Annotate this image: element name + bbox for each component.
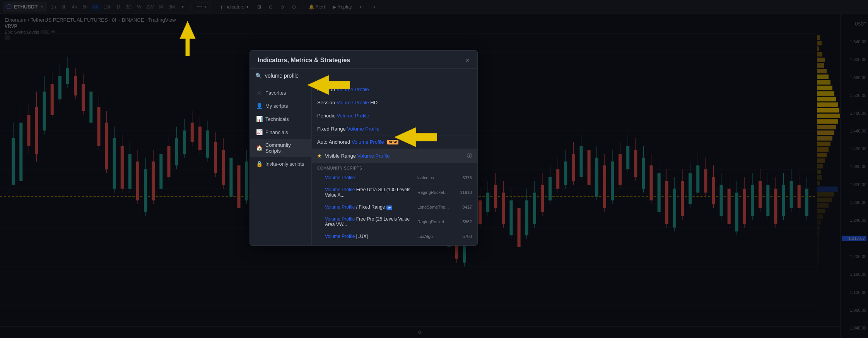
sidebar-label-my-scripts: My scripts [265,103,288,109]
result-count-5: 5708 [455,234,472,239]
community-section-label: COMMUNITY SCRIPTS [312,163,477,172]
sidebar-item-my-scripts[interactable]: 👤 My scripts [250,99,311,112]
quick-result-session-vp-hd[interactable]: Session Volume Profile HD [312,96,477,109]
sidebar-label-financials: Financials [265,129,288,135]
community-result-2[interactable]: ★ Volume Profile Free Ultra SLI (100 Lev… [312,184,477,201]
result-name-1: Volume Profile [325,175,415,180]
sidebar-label-invite-only: Invite-only scripts [265,161,304,167]
technicals-icon: 📊 [256,116,262,122]
star-placeholder-5: ★ [317,234,323,239]
result-name-4: Volume Profile Free Pro (25 Levels Value… [325,216,415,227]
result-text: Visible Range Volume Profile [325,153,390,159]
result-name-2: Volume Profile Free Ultra SLI (100 Level… [325,187,415,198]
result-count-2: 11910 [455,190,472,195]
star-placeholder-2: ★ [317,190,323,195]
result-text: Auto Anchored Volume Profile [317,139,384,145]
result-author-4: RagingRocket... [417,219,452,224]
dialog-sidebar: ☆ Favorites 👤 My scripts 📊 Technicals 📈 … [250,83,312,245]
quick-result-session-vp[interactable]: Session Volume Profile [312,83,477,96]
search-bar: 🔍 [250,69,477,83]
sidebar-item-financials[interactable]: 📈 Financials [250,126,311,139]
new-badge: NEW [387,140,398,144]
dialog-title: Indicators, Metrics & Strategies [258,57,350,64]
quick-result-periodic-vp[interactable]: Periodic Volume Profile [312,109,477,122]
result-count-3: 8417 [455,205,472,209]
quick-result-fixed-range-vp[interactable]: Fixed Range Volume Profile [312,122,477,136]
dialog-close-button[interactable]: × [465,57,470,64]
invite-only-icon: 🔒 [256,161,262,167]
sidebar-label-technicals: Technicals [265,116,289,122]
dialog-header: Indicators, Metrics & Strategies × [250,51,477,69]
community-result-6[interactable]: ★ Volume Profile and Volume Indicator by… [312,243,477,245]
result-author-3: LoneSomeThe... [417,205,452,209]
search-input[interactable] [265,73,472,79]
community-scripts-icon: 🏠 [256,145,262,151]
dialog-content: Session Volume Profile Session Volume Pr… [312,83,477,245]
result-text: Periodic Volume Profile [317,113,369,119]
sidebar-item-invite-only[interactable]: 🔒 Invite-only scripts [250,157,311,170]
community-result-3[interactable]: ★ Volume Profile / Fixed Range IP LoneSo… [312,201,477,213]
result-count-1: 8376 [455,175,472,180]
quick-result-visible-range-vp[interactable]: ★ Visible Range Volume Profile ⓘ [312,149,477,163]
result-count-4: 5962 [455,219,472,224]
sidebar-item-technicals[interactable]: 📊 Technicals [250,112,311,126]
sidebar-item-community-scripts[interactable]: 🏠 Community Scripts [250,139,311,157]
favorites-icon: ☆ [256,90,262,96]
result-text: Fixed Range Volume Profile [317,126,379,132]
sidebar-label-community-scripts: Community Scripts [265,142,305,154]
result-author-5: LuxAlgo [417,234,452,239]
sidebar-item-favorites[interactable]: ☆ Favorites [250,86,311,99]
community-result-1[interactable]: ★ Volume Profile kv4coins 8376 [312,172,477,184]
star-icon-vrvp: ★ [317,153,322,159]
result-author-2: RagingRocket... [417,190,452,195]
sidebar-label-favorites: Favorites [265,90,286,96]
search-icon: 🔍 [255,73,262,79]
result-text: Session Volume Profile [317,87,369,92]
result-name-5: Volume Profile [LUX] [325,234,415,239]
dialog-body: ☆ Favorites 👤 My scripts 📊 Technicals 📈 … [250,83,477,245]
indicators-dialog: Indicators, Metrics & Strategies × 🔍 ☆ F… [249,50,478,246]
financials-icon: 📈 [256,129,262,135]
star-placeholder-4: ★ [317,219,323,224]
quick-result-auto-anchored-vp[interactable]: Auto Anchored Volume Profile NEW [312,136,477,149]
result-text: Session Volume Profile HD [317,100,378,105]
my-scripts-icon: 👤 [256,103,262,109]
info-icon[interactable]: ⓘ [467,152,472,159]
community-result-5[interactable]: ★ Volume Profile [LUX] LuxAlgo 5708 [312,231,477,243]
community-result-4[interactable]: ★ Volume Profile Free Pro (25 Levels Val… [312,213,477,231]
star-placeholder-1: ★ [317,175,323,180]
result-author-1: kv4coins [417,175,452,180]
star-placeholder-3: ★ [317,204,323,210]
result-name-3: Volume Profile / Fixed Range IP [325,204,415,210]
